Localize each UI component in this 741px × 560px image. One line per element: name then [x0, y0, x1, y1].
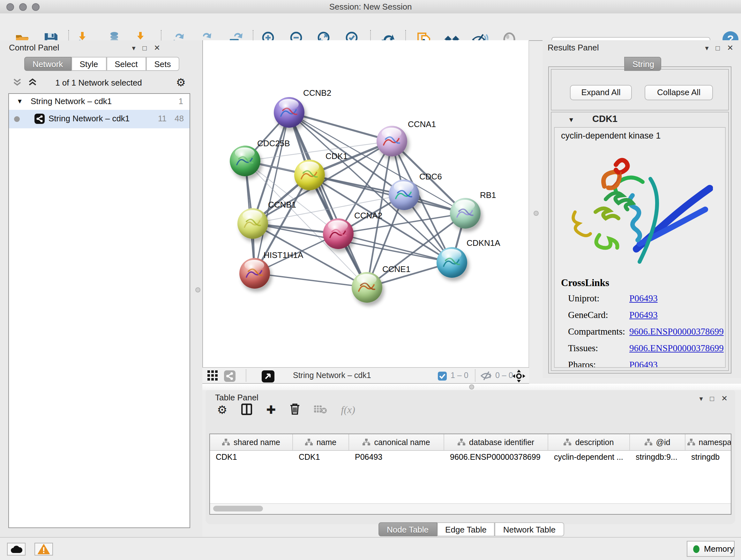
- cell-canonical-name[interactable]: P06493: [349, 451, 444, 463]
- string-view-icon[interactable]: [224, 370, 235, 384]
- birds-eye-toggle-icon[interactable]: [513, 370, 525, 384]
- horizontal-splitter[interactable]: [202, 384, 741, 390]
- selected-counts: 1 – 0: [451, 371, 468, 380]
- crosslink-link[interactable]: P06493: [629, 293, 658, 304]
- column-header-description[interactable]: description: [548, 434, 630, 450]
- protein-details: cyclin-dependent kinase 1: [554, 127, 726, 368]
- collapse-panel-icon[interactable]: ▾: [699, 394, 703, 402]
- protein-name: CDK1: [592, 114, 617, 124]
- tab-node-table[interactable]: Node Table: [379, 522, 437, 537]
- float-panel-icon[interactable]: □: [143, 44, 147, 52]
- node-label: RB1: [480, 190, 496, 200]
- selected-checkbox-icon[interactable]: [438, 372, 447, 382]
- tab-network-table[interactable]: Network Table: [495, 522, 564, 537]
- node-ccne1[interactable]: [352, 272, 382, 303]
- float-panel-icon[interactable]: □: [716, 44, 720, 52]
- table-options-gear-icon[interactable]: ⚙: [217, 403, 227, 417]
- cell-@id[interactable]: stringdb:9...: [630, 451, 685, 463]
- left-splitter-grip[interactable]: [195, 287, 200, 293]
- float-panel-icon[interactable]: □: [710, 395, 714, 402]
- column-header-database-identifier[interactable]: database identifier: [444, 434, 548, 450]
- column-header-name[interactable]: name: [293, 434, 349, 450]
- hidden-eye-slash-icon[interactable]: [480, 371, 492, 382]
- tab-string[interactable]: String: [624, 57, 661, 71]
- crosslink-link[interactable]: 9606.ENSP00000378699: [629, 343, 724, 354]
- node-ccnb2[interactable]: [274, 97, 305, 128]
- collapse-panel-icon[interactable]: ▾: [705, 44, 709, 52]
- cell-namespac[interactable]: stringdb: [685, 451, 731, 463]
- crosslink-link[interactable]: P06493: [629, 310, 658, 320]
- node-ccna1[interactable]: [377, 126, 407, 157]
- horizontal-splitter-grip[interactable]: [469, 384, 474, 389]
- bar-separator: [475, 369, 475, 382]
- node-cdkn1a[interactable]: [436, 247, 467, 278]
- node-label: CCNE1: [382, 264, 410, 274]
- close-panel-icon[interactable]: ✕: [154, 44, 160, 52]
- node-cdc25b[interactable]: [230, 145, 260, 176]
- network-collection-row[interactable]: ▼ String Network – cdk1 1: [9, 94, 190, 110]
- column-label: namespac: [698, 438, 731, 447]
- tab-select[interactable]: Select: [106, 57, 146, 71]
- column-label: description: [576, 438, 614, 447]
- node-ccnb1[interactable]: [238, 208, 268, 239]
- crosslink-link[interactable]: 9606.ENSP00000378699: [629, 326, 724, 337]
- collapse-panel-icon[interactable]: ▾: [132, 44, 136, 52]
- node-cdc6[interactable]: [389, 179, 419, 210]
- collection-expand-icon[interactable]: ▼: [17, 98, 23, 105]
- node-cdk1[interactable]: [294, 160, 325, 190]
- cell-name[interactable]: CDK1: [293, 451, 349, 463]
- scrollbar-thumb[interactable]: [213, 506, 263, 511]
- table-hscrollbar[interactable]: [210, 503, 731, 514]
- node-hist1h1a[interactable]: [239, 258, 270, 289]
- delete-column-icon[interactable]: [290, 403, 300, 417]
- tab-sets[interactable]: Sets: [146, 57, 179, 71]
- cell-shared-name[interactable]: CDK1: [210, 451, 293, 463]
- results-panel: Results Panel ▾ □ ✕ String Expand All Co…: [542, 40, 741, 378]
- node-ccna2[interactable]: [323, 219, 354, 249]
- column-header-canonical-name[interactable]: canonical name: [349, 434, 444, 450]
- table-panel-window-icons: ▾ □ ✕: [699, 394, 728, 403]
- crosslinks-heading: CrossLinks: [561, 277, 609, 289]
- edge[interactable]: [289, 112, 367, 287]
- edge[interactable]: [255, 112, 289, 273]
- node-label: CCNA1: [408, 119, 436, 129]
- protein-description: cyclin-dependent kinase 1: [561, 131, 661, 140]
- column-header-shared-name[interactable]: shared name: [210, 434, 293, 450]
- show-columns-icon[interactable]: [241, 403, 252, 417]
- memory-button[interactable]: Memory: [687, 541, 735, 557]
- network-options-gear-icon[interactable]: ⚙: [176, 76, 186, 89]
- network-row-selected[interactable]: String Network – cdk1 11 48: [9, 110, 190, 128]
- cloud-icon: [10, 545, 23, 553]
- expand-all-button[interactable]: Expand All: [570, 85, 632, 100]
- memory-label: Memory: [704, 544, 734, 554]
- string-network-icon: [35, 114, 45, 124]
- column-header-namespac[interactable]: namespac: [685, 434, 731, 450]
- node-table: shared namenamecanonical namedatabase id…: [209, 434, 731, 515]
- column-type-icon: [362, 439, 370, 446]
- edge[interactable]: [255, 273, 367, 287]
- protein-section-header[interactable]: ▼ CDK1: [551, 112, 728, 126]
- cloud-status-button[interactable]: [7, 543, 25, 556]
- table-tabs: Node TableEdge TableNetwork Table: [379, 522, 564, 537]
- tab-network[interactable]: Network: [24, 57, 71, 71]
- expand-collapse-box: Expand All Collapse All: [551, 69, 729, 111]
- section-expand-icon[interactable]: ▼: [568, 116, 575, 123]
- cell-description[interactable]: cyclin-dependent ...: [548, 451, 630, 463]
- network-canvas[interactable]: CCNB2CCNA1CDC25BCDK1CDC6RB1CCNB1CCNA2CDK…: [202, 40, 529, 367]
- tab-edge-table[interactable]: Edge Table: [437, 522, 495, 537]
- close-panel-icon[interactable]: ✕: [727, 44, 733, 52]
- collapse-all-button[interactable]: Collapse All: [645, 85, 713, 100]
- node-rb1[interactable]: [450, 198, 481, 229]
- right-splitter-grip[interactable]: [534, 211, 539, 216]
- grid-view-icon[interactable]: [207, 370, 218, 383]
- close-panel-icon[interactable]: ✕: [721, 394, 728, 403]
- detach-view-icon[interactable]: [262, 370, 274, 384]
- tab-style[interactable]: Style: [71, 57, 106, 71]
- warning-status-button[interactable]: [35, 543, 53, 556]
- cell-database-identifier[interactable]: 9606.ENSP00000378699: [444, 451, 548, 463]
- column-header-@id[interactable]: @id: [630, 434, 685, 450]
- create-column-icon[interactable]: ✚: [266, 403, 276, 417]
- column-type-icon: [305, 439, 313, 446]
- table-row[interactable]: CDK1CDK1P064939606.ENSP00000378699cyclin…: [210, 451, 731, 463]
- crosslink-link[interactable]: P06493: [629, 360, 658, 368]
